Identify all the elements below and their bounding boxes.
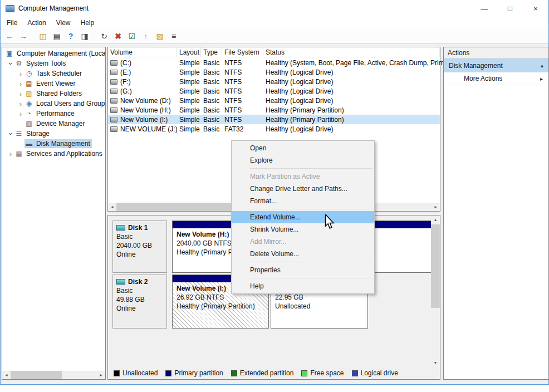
menu-item-change-drive-letter[interactable]: Change Drive Letter and Paths...: [232, 183, 374, 195]
expand-chevron-icon[interactable]: ›: [17, 110, 24, 117]
help-icon[interactable]: ?: [64, 30, 77, 42]
list-view-icon[interactable]: ≡: [167, 30, 180, 42]
disk-icon: [116, 225, 125, 231]
show-hide-console-tree-icon[interactable]: ◫: [36, 30, 50, 42]
volume-icon: [110, 89, 117, 94]
up-icon[interactable]: ↑: [139, 30, 153, 42]
menu-item-delete-volume[interactable]: Delete Volume...: [232, 248, 374, 260]
disk-1-header[interactable]: Disk 1 Basic 2040.00 GB Online: [112, 220, 167, 273]
tree-item-system-tools[interactable]: › ⚙ System Tools: [3, 58, 105, 68]
expand-chevron-icon[interactable]: ›: [7, 150, 14, 158]
disk-management-icon: ▬: [24, 140, 33, 148]
column-header-layout[interactable]: Layout: [177, 47, 201, 57]
menu-bar: File Action View Help: [1, 17, 548, 29]
scroll-down-icon[interactable]: ▾: [431, 359, 440, 367]
tree-item-task-scheduler[interactable]: › ◷ Task Scheduler: [3, 68, 105, 79]
show-hide-action-pane-icon[interactable]: ◨: [78, 30, 91, 42]
close-button[interactable]: ×: [523, 0, 548, 17]
users-icon: ◉: [24, 100, 33, 107]
menu-view[interactable]: View: [51, 17, 76, 28]
menu-separator: [250, 168, 372, 169]
menu-item-format[interactable]: Format...: [232, 195, 374, 207]
scroll-up-icon[interactable]: ▴: [431, 215, 440, 224]
scroll-left-icon[interactable]: ◂: [108, 203, 116, 211]
more-actions-item[interactable]: More Actions ▸: [444, 72, 548, 85]
legend-extended-partition: Extended partition: [231, 369, 294, 377]
volume-row-d[interactable]: New Volume (D:) Simple Basic NTFS Health…: [108, 96, 440, 105]
collapse-section-icon[interactable]: ▴: [541, 62, 543, 68]
services-icon: ▦: [14, 150, 23, 158]
tree-item-storage[interactable]: › ☰ Storage: [3, 129, 105, 139]
volume-row-c[interactable]: (C:) Simple Basic NTFS Healthy (System, …: [108, 58, 440, 67]
tree-item-disk-management[interactable]: ▬ Disk Management: [3, 139, 105, 149]
maximize-button[interactable]: □: [497, 0, 523, 17]
computer-icon: ▣: [5, 50, 14, 57]
tree-item-performance[interactable]: › ◔ Performance: [3, 109, 105, 119]
volume-icon: [110, 117, 117, 122]
volume-list-header: Volume Layout Type File System Status: [108, 47, 440, 57]
menu-item-extend-volume[interactable]: Extend Volume...: [232, 211, 374, 223]
menu-item-mark-partition-active: Mark Partition as Active: [232, 170, 374, 183]
menu-action[interactable]: Action: [22, 17, 51, 28]
volume-row-e[interactable]: (E:) Simple Basic NTFS Healthy (Logical …: [108, 67, 440, 77]
refresh-icon[interactable]: ↻: [97, 30, 111, 42]
column-header-status[interactable]: Status: [263, 47, 440, 57]
tree-item-computer-management[interactable]: ▣ Computer Management (Local: [3, 48, 105, 58]
tree-item-local-users-groups[interactable]: › ◉ Local Users and Groups: [3, 99, 105, 109]
collapse-chevron-icon[interactable]: ›: [7, 60, 14, 67]
tree-item-device-manager[interactable]: ▥ Device Manager: [3, 119, 105, 129]
scroll-right-icon[interactable]: ▸: [432, 203, 440, 211]
storage-icon: ☰: [14, 130, 23, 138]
column-header-file-system[interactable]: File System: [222, 47, 263, 57]
scroll-left-icon[interactable]: ◂: [2, 371, 11, 379]
scroll-right-icon[interactable]: ▸: [97, 371, 105, 379]
forward-icon[interactable]: →: [17, 30, 30, 42]
legend-color-swatch: [114, 370, 120, 376]
menu-help[interactable]: Help: [76, 17, 100, 28]
menu-item-shrink-volume[interactable]: Shrink Volume...: [232, 223, 374, 236]
disk-2-header[interactable]: Disk 2 Basic 49.88 GB Online: [112, 275, 167, 329]
disk-vertical-scrollbar[interactable]: ▴ ▾: [431, 215, 440, 367]
tree-item-services-applications[interactable]: › ▦ Services and Applications: [3, 149, 105, 159]
scrollbar-thumb[interactable]: [431, 224, 440, 308]
delete-icon[interactable]: ✖: [111, 30, 125, 42]
menu-file[interactable]: File: [2, 17, 22, 28]
menu-item-help[interactable]: Help: [232, 280, 374, 292]
tree-item-event-viewer[interactable]: › ▤ Event Viewer: [3, 79, 105, 89]
menu-item-explore[interactable]: Explore: [232, 154, 374, 166]
column-header-volume[interactable]: Volume: [108, 47, 177, 57]
status-bar: [1, 380, 548, 384]
tree-horizontal-scrollbar[interactable]: ◂ ▸: [2, 371, 105, 379]
expand-chevron-icon[interactable]: ›: [17, 80, 24, 87]
toolbar-separator: [92, 30, 97, 42]
folder-icon[interactable]: ▨: [153, 30, 166, 42]
disk-icon: [116, 279, 125, 285]
expand-chevron-icon[interactable]: ›: [17, 100, 24, 107]
performance-icon: ◔: [24, 110, 33, 117]
scrollbar-thumb[interactable]: [11, 371, 62, 379]
tree-item-shared-folders[interactable]: › ▧ Shared Folders: [3, 89, 105, 99]
volume-icon: [110, 98, 117, 104]
expand-chevron-icon[interactable]: ›: [17, 70, 24, 77]
menu-item-properties[interactable]: Properties: [232, 264, 374, 276]
title-bar: Computer Management — □ ×: [1, 0, 548, 17]
menu-separator: [250, 209, 372, 209]
volume-icon: [110, 60, 117, 66]
volume-row-j[interactable]: NEW VOLUME (J:) Simple Basic FAT32 Healt…: [108, 124, 440, 134]
check-icon[interactable]: ☑: [125, 30, 139, 42]
back-icon[interactable]: ←: [3, 30, 16, 42]
column-header-type[interactable]: Type: [201, 47, 222, 57]
export-list-icon[interactable]: ▤: [50, 30, 63, 42]
volume-row-g[interactable]: (G:) Simple Basic NTFS Healthy (Logical …: [108, 86, 440, 96]
minimize-button[interactable]: —: [472, 0, 497, 17]
legend-color-swatch: [301, 370, 307, 376]
volume-row-i-selected[interactable]: New Volume (I:) Simple Basic NTFS Health…: [108, 115, 440, 124]
actions-disk-management-section[interactable]: Disk Management ▴: [444, 58, 548, 72]
volume-row-h[interactable]: New Volume (H:) Simple Basic NTFS Health…: [108, 105, 440, 115]
legend-primary-partition: Primary partition: [165, 369, 223, 377]
collapse-chevron-icon[interactable]: ›: [7, 130, 14, 138]
expand-chevron-icon[interactable]: ›: [17, 90, 24, 97]
menu-item-open[interactable]: Open: [232, 142, 374, 154]
more-actions-arrow-icon[interactable]: ▸: [540, 76, 543, 82]
volume-row-f[interactable]: (F:) Simple Basic NTFS Healthy (Logical …: [108, 77, 440, 86]
